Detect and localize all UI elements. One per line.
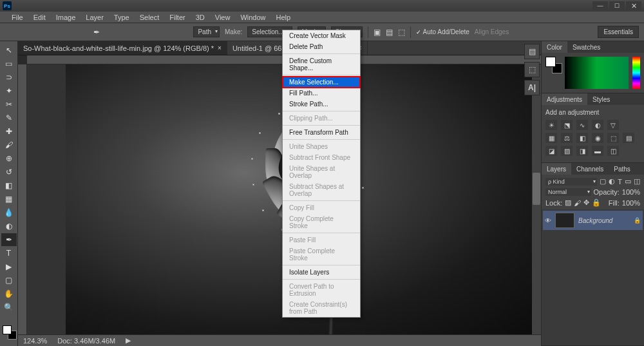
path-ops-icon[interactable]: ▣ (374, 28, 381, 37)
zoom-level[interactable]: 124.3% (23, 337, 47, 345)
balance-icon[interactable]: ⚖ (561, 133, 573, 143)
gradient-map-icon[interactable]: ▬ (592, 146, 603, 156)
maximize-button[interactable]: ☐ (609, 1, 625, 10)
brightness-icon[interactable]: ☀ (545, 120, 557, 130)
lock-position-icon[interactable]: ✥ (583, 198, 589, 207)
menu-image[interactable]: Image (51, 14, 81, 21)
context-item[interactable]: Stroke Path... (283, 99, 360, 110)
workspace-selector[interactable]: Essentials (598, 26, 639, 38)
wand-tool[interactable]: ✦ (1, 84, 17, 97)
hue-strip[interactable] (632, 57, 640, 89)
tab-swatches[interactable]: Swatches (567, 41, 605, 53)
tab-channels[interactable]: Channels (571, 163, 609, 175)
filter-shape-icon[interactable]: ▭ (625, 177, 631, 186)
color-swatches[interactable] (0, 324, 17, 343)
brush-tool[interactable]: 🖌 (1, 139, 17, 151)
align-icon[interactable]: ▤ (386, 28, 393, 37)
fill-value[interactable]: 100% (622, 199, 640, 207)
tab-paths[interactable]: Paths (609, 163, 636, 175)
opacity-value[interactable]: 100% (622, 188, 640, 196)
pen-tool[interactable]: ✒ (1, 233, 17, 246)
menu-type[interactable]: Type (109, 14, 135, 21)
filter-pixel-icon[interactable]: ▢ (600, 177, 606, 186)
menu-view[interactable]: View (210, 14, 236, 21)
context-item[interactable]: Delete Path (283, 41, 360, 52)
close-button[interactable]: ✕ (626, 1, 641, 10)
context-item[interactable]: Define Custom Shape... (283, 55, 360, 73)
menu-layer[interactable]: Layer (80, 14, 109, 21)
eraser-tool[interactable]: ◧ (1, 179, 17, 192)
threshold-icon[interactable]: ◨ (576, 146, 588, 156)
context-item[interactable]: Fill Path... (283, 88, 360, 99)
auto-add-delete-check[interactable]: Auto Add/Delete (416, 28, 469, 35)
scrollbar-vertical[interactable] (532, 64, 541, 334)
bw-icon[interactable]: ◧ (576, 133, 588, 143)
hue-icon[interactable]: ▦ (545, 133, 557, 143)
layer-item-background[interactable]: 👁 Background 🔒 (543, 211, 643, 230)
filter-type-icon[interactable]: T (618, 178, 622, 186)
blur-tool[interactable]: 💧 (1, 206, 17, 219)
mixer-icon[interactable]: ⬚ (607, 133, 619, 143)
fg-color-swatch[interactable] (3, 325, 12, 334)
posterize-icon[interactable]: ▨ (561, 146, 573, 156)
photo-filter-icon[interactable]: ◉ (592, 133, 603, 143)
levels-icon[interactable]: ⬔ (561, 120, 573, 130)
tab-close-icon[interactable]: × (218, 44, 222, 52)
gradient-tool[interactable]: ▦ (1, 193, 17, 206)
curves-icon[interactable]: ∿ (576, 120, 588, 130)
move-tool[interactable]: ↖ (1, 44, 17, 57)
shape-tool[interactable]: ▢ (1, 274, 17, 287)
filter-smart-icon[interactable]: ◫ (634, 177, 640, 186)
lookup-icon[interactable]: ▤ (623, 133, 634, 143)
tab-color[interactable]: Color (542, 41, 567, 53)
document-tab[interactable]: So-What-black-and-white-still-life-min.j… (18, 41, 227, 55)
tab-styles[interactable]: Styles (587, 93, 615, 105)
tab-layers[interactable]: Layers (542, 163, 571, 175)
menu-select[interactable]: Select (135, 14, 165, 21)
panel-swatches[interactable] (545, 57, 561, 75)
lock-pixels-icon[interactable]: 🖌 (574, 199, 581, 207)
vibrance-icon[interactable]: ▽ (607, 120, 619, 130)
menu-help[interactable]: Help (271, 14, 296, 21)
menu-file[interactable]: File (6, 14, 28, 21)
path-type-dropdown[interactable]: Path (193, 26, 220, 37)
history-brush-tool[interactable]: ↺ (1, 166, 17, 178)
selective-icon[interactable]: ◫ (607, 146, 619, 156)
zoom-tool[interactable]: 🔍 (1, 301, 17, 314)
visibility-icon[interactable]: 👁 (545, 217, 551, 224)
stamp-tool[interactable]: ⊕ (1, 152, 17, 165)
blend-mode-dropdown[interactable]: Normal (545, 188, 591, 196)
exposure-icon[interactable]: ◐ (592, 120, 603, 130)
history-dock-icon[interactable]: ▤ (524, 44, 540, 59)
color-field[interactable] (565, 57, 629, 89)
path-select-tool[interactable]: ▶ (1, 260, 17, 273)
menu-3d[interactable]: 3D (191, 14, 210, 21)
panel-fg-swatch[interactable] (545, 57, 556, 67)
minimize-button[interactable]: — (592, 1, 608, 10)
eyedropper-tool[interactable]: ✎ (1, 111, 17, 124)
status-arrow-icon[interactable]: ▶ (126, 336, 131, 345)
lasso-tool[interactable]: ⊃ (1, 71, 17, 84)
context-item[interactable]: Make Selection... (283, 77, 360, 88)
context-item[interactable]: Isolate Layers (283, 267, 360, 278)
scroll-thumb[interactable] (533, 173, 540, 205)
arrange-icon[interactable]: ⬚ (398, 28, 405, 37)
layer-kind-filter[interactable]: ρ Kind (545, 178, 597, 186)
tab-adjustments[interactable]: Adjustments (542, 93, 587, 105)
dodge-tool[interactable]: ◐ (1, 220, 17, 233)
type-tool[interactable]: T (1, 247, 17, 260)
character-dock-icon[interactable]: A| (524, 80, 540, 95)
filter-adjust-icon[interactable]: ◐ (609, 177, 615, 186)
heal-tool[interactable]: ✚ (1, 125, 17, 138)
menu-edit[interactable]: Edit (28, 14, 51, 21)
properties-dock-icon[interactable]: ⬚ (524, 62, 540, 77)
menu-window[interactable]: Window (235, 14, 270, 21)
layer-thumbnail[interactable] (555, 213, 574, 228)
lock-all-icon[interactable]: 🔒 (592, 198, 601, 207)
context-item[interactable]: Free Transform Path (283, 127, 360, 138)
menu-filter[interactable]: Filter (164, 14, 190, 21)
hand-tool[interactable]: ✋ (1, 287, 17, 300)
invert-icon[interactable]: ◪ (545, 146, 557, 156)
marquee-tool[interactable]: ▭ (1, 57, 17, 70)
lock-transparent-icon[interactable]: ▨ (565, 198, 571, 207)
